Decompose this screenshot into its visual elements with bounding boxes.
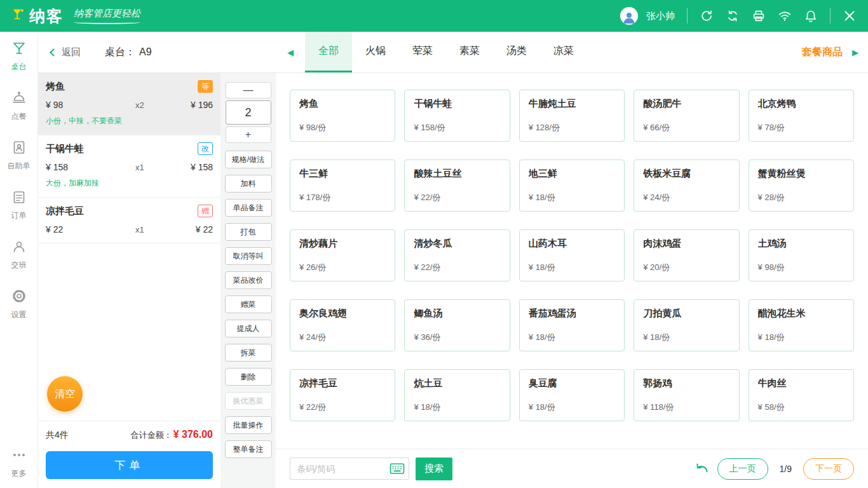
sidebar-item-tables[interactable]: 桌台 bbox=[11, 41, 27, 72]
order-item[interactable]: 干锅牛蛙 改 ¥ 158 x1 ¥ 158 大份，加麻加辣 bbox=[38, 135, 220, 198]
combo-products-button[interactable]: 套餐商品 bbox=[802, 46, 843, 59]
sidebar-item-settings[interactable]: 设置 bbox=[11, 288, 27, 320]
sidebar-item-more[interactable]: 更多 bbox=[11, 447, 27, 479]
action-button[interactable]: 赠菜 bbox=[225, 295, 272, 313]
menu-item-price: ¥ 66/份 bbox=[643, 122, 729, 133]
category-tab[interactable]: 荤菜 bbox=[399, 32, 446, 72]
menu-item-name: 酸汤肥牛 bbox=[643, 98, 729, 110]
category-tab-label: 凉菜 bbox=[553, 44, 574, 58]
order-item-qty: x1 bbox=[135, 163, 171, 172]
menu-item-card[interactable]: 北京烤鸭 ¥ 78/份 bbox=[749, 90, 854, 142]
order-item-note: 大份，加麻加辣 bbox=[46, 178, 213, 189]
action-button[interactable]: 加料 bbox=[225, 175, 272, 193]
prev-page-button[interactable]: 上一页 bbox=[717, 458, 768, 480]
order-item-note: 小份，中辣，不要香菜 bbox=[46, 116, 213, 126]
order-item[interactable]: 烤鱼 等 ¥ 98 x2 ¥ 196 小份，中辣，不要香菜 bbox=[38, 73, 220, 135]
tabs-scroll-left-icon[interactable]: ◀ bbox=[276, 32, 305, 72]
submit-order-button[interactable]: 下单 bbox=[46, 451, 213, 479]
menu-item-card[interactable]: 鲫鱼汤 ¥ 36/份 bbox=[404, 299, 510, 351]
menu-item-card[interactable]: 炕土豆 ¥ 18/份 bbox=[404, 369, 510, 421]
menu-item-card[interactable]: 牛腩炖土豆 ¥ 128/份 bbox=[519, 90, 625, 142]
menu-item-card[interactable]: 干锅牛蛙 ¥ 158/份 bbox=[404, 90, 510, 142]
menu-item-card[interactable]: 酸辣土豆丝 ¥ 22/份 bbox=[404, 159, 510, 212]
menu-item-card[interactable]: 山药木耳 ¥ 18/份 bbox=[519, 229, 625, 281]
keyboard-icon[interactable] bbox=[390, 462, 405, 475]
order-item-header: 烤鱼 等 bbox=[46, 80, 213, 93]
menu-item-card[interactable]: 酸汤肥牛 ¥ 66/份 bbox=[634, 90, 739, 142]
printer-icon[interactable] bbox=[752, 9, 766, 23]
action-button[interactable]: 提成人 bbox=[225, 320, 272, 337]
action-button[interactable]: 规格/做法 bbox=[225, 151, 272, 168]
order-list-icon bbox=[11, 189, 27, 207]
action-button[interactable]: 拆菜 bbox=[225, 344, 272, 362]
sidebar-item-order[interactable]: 点餐 bbox=[11, 90, 27, 122]
action-button[interactable]: 菜品改价 bbox=[225, 271, 272, 289]
menu-item-card[interactable]: 铁板米豆腐 ¥ 24/份 bbox=[634, 159, 739, 212]
menu-item-card[interactable]: 地三鲜 ¥ 18/份 bbox=[519, 159, 625, 212]
order-item-qty: x2 bbox=[135, 100, 171, 110]
menu-item-price: ¥ 18/份 bbox=[529, 192, 615, 203]
action-button[interactable]: 删除 bbox=[225, 368, 272, 386]
order-item-total: ¥ 22 bbox=[171, 224, 213, 234]
menu-item-card[interactable]: 牛肉丝 ¥ 58/份 bbox=[749, 369, 854, 421]
action-button[interactable]: 取消等叫 bbox=[225, 247, 272, 265]
sync-icon[interactable] bbox=[726, 9, 740, 23]
menu-item-card[interactable]: 郭扬鸡 ¥ 118/份 bbox=[634, 369, 739, 421]
refresh-icon[interactable] bbox=[700, 9, 714, 23]
menu-item-card[interactable]: 蟹黄粉丝煲 ¥ 28/份 bbox=[749, 159, 854, 212]
clear-order-button[interactable]: 清空 bbox=[47, 376, 83, 412]
sidebar-item-self-order[interactable]: 自助单 bbox=[8, 140, 31, 172]
menu-footer: 搜索 上一页 1/9 下一页 bbox=[276, 449, 868, 488]
qty-decrease-button[interactable]: — bbox=[226, 82, 271, 98]
action-button[interactable]: 换优惠菜 bbox=[225, 392, 272, 410]
action-button[interactable]: 批量操作 bbox=[225, 416, 272, 434]
order-list: 烤鱼 等 ¥ 98 x2 ¥ 196 小份，中辣，不要香菜 干锅牛蛙 改 bbox=[38, 73, 220, 421]
menu-item-card[interactable]: 肉沫鸡蛋 ¥ 20/份 bbox=[634, 229, 739, 281]
menu-item-card[interactable]: 凉拌毛豆 ¥ 22/份 bbox=[290, 369, 395, 421]
next-page-button[interactable]: 下一页 bbox=[803, 458, 854, 480]
menu-item-card[interactable]: 臭豆腐 ¥ 18/份 bbox=[519, 369, 625, 421]
category-tab[interactable]: 火锅 bbox=[352, 32, 399, 72]
menu-item-card[interactable]: 清炒藕片 ¥ 26/份 bbox=[290, 229, 395, 281]
order-item-name: 干锅牛蛙 bbox=[46, 143, 84, 155]
qty-increase-button[interactable]: + bbox=[226, 126, 271, 143]
sidebar-item-orders[interactable]: 订单 bbox=[11, 189, 27, 221]
tabs-scroll-right-icon[interactable]: ▶ bbox=[843, 32, 868, 72]
table-info: 桌台：A9 bbox=[105, 46, 152, 59]
action-button[interactable]: 整单备注 bbox=[225, 440, 272, 458]
menu-item-price: ¥ 18/份 bbox=[643, 332, 729, 343]
quantity-stepper: — 2 + bbox=[226, 82, 271, 143]
menu-item-price: ¥ 22/份 bbox=[414, 192, 500, 203]
menu-item-price: ¥ 18/份 bbox=[414, 402, 500, 413]
wifi-icon[interactable] bbox=[778, 9, 792, 23]
avatar[interactable] bbox=[620, 7, 638, 25]
menu-item-card[interactable]: 奥尔良鸡翅 ¥ 24/份 bbox=[290, 299, 395, 351]
menu-item-card[interactable]: 刀拍黄瓜 ¥ 18/份 bbox=[634, 299, 739, 351]
order-item[interactable]: 凉拌毛豆 赠 ¥ 22 x1 ¥ 22 bbox=[38, 198, 220, 243]
brand-slogan: 纳客管店更轻松 bbox=[74, 8, 140, 24]
sidebar-item-label: 桌台 bbox=[11, 62, 27, 72]
category-tab[interactable]: 全部 bbox=[305, 32, 352, 72]
category-tab-label: 全部 bbox=[318, 44, 339, 58]
menu-item-card[interactable]: 清炒冬瓜 ¥ 22/份 bbox=[404, 229, 510, 281]
close-icon[interactable] bbox=[843, 9, 857, 23]
action-button[interactable]: 单品备注 bbox=[225, 199, 272, 217]
menu-item-card[interactable]: 烤鱼 ¥ 98/份 bbox=[290, 90, 395, 142]
search-button[interactable]: 搜索 bbox=[416, 458, 452, 480]
sidebar-item-shift[interactable]: 交班 bbox=[11, 239, 27, 271]
menu-item-card[interactable]: 土鸡汤 ¥ 98/份 bbox=[749, 229, 854, 281]
prev-page-arrow-icon[interactable] bbox=[695, 461, 710, 477]
category-tab[interactable]: 凉菜 bbox=[540, 32, 587, 72]
pos-app: 纳客 纳客管店更轻松 张小帅 bbox=[0, 0, 868, 488]
category-tab[interactable]: 汤类 bbox=[493, 32, 540, 72]
notification-bell-icon[interactable] bbox=[804, 9, 818, 23]
order-total-value: ¥ 376.00 bbox=[173, 429, 213, 440]
menu-item-card[interactable]: 醋泡花生米 ¥ 18/份 bbox=[749, 299, 854, 351]
table-label: 桌台： bbox=[105, 46, 135, 57]
action-button[interactable]: 打包 bbox=[225, 223, 272, 241]
category-tab[interactable]: 素菜 bbox=[446, 32, 493, 72]
pagination: 上一页 1/9 下一页 bbox=[695, 458, 854, 480]
back-button[interactable]: 返回 bbox=[51, 46, 81, 58]
menu-item-card[interactable]: 番茄鸡蛋汤 ¥ 18/份 bbox=[519, 299, 625, 351]
menu-item-card[interactable]: 牛三鲜 ¥ 178/份 bbox=[290, 159, 395, 212]
